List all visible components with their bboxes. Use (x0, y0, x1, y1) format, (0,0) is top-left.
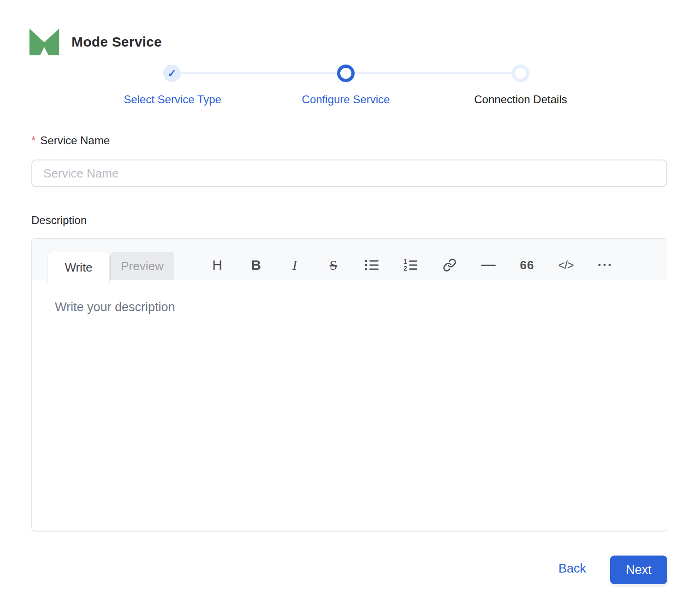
page-title: Mode Service (71, 34, 162, 50)
strikethrough-icon[interactable]: S (314, 255, 353, 275)
tab-preview[interactable]: Preview (110, 252, 174, 280)
horizontal-rule-icon[interactable] (469, 255, 508, 275)
service-name-input[interactable] (31, 160, 667, 187)
italic-icon[interactable]: I (275, 255, 314, 275)
step-completed-circle[interactable]: ✓ (163, 65, 181, 82)
header: Mode Service (29, 29, 162, 55)
service-name-label: *Service Name (31, 134, 110, 147)
step-upcoming-circle[interactable] (512, 65, 529, 82)
checkmark-icon: ✓ (167, 68, 176, 79)
link-icon[interactable] (430, 255, 469, 275)
step-current-circle[interactable] (337, 65, 355, 82)
toolbar-icons: H B I S 1 2 (198, 255, 624, 275)
mode-logo-icon (29, 29, 59, 55)
page: Mode Service ✓ Select Service Type Confi… (0, 0, 700, 615)
description-label: Description (31, 214, 87, 227)
numbered-list-icon[interactable]: 1 2 (392, 255, 430, 275)
step-label-configure-service[interactable]: Configure Service (302, 93, 390, 106)
quote-icon[interactable]: 66 (508, 255, 546, 275)
stepper: ✓ Select Service Type Configure Service … (31, 65, 667, 111)
editor-toolbar: Write Preview H B I S 1 (32, 239, 667, 280)
bullet-list-icon[interactable] (353, 255, 392, 275)
description-editor: Write Preview H B I S 1 (31, 238, 667, 532)
editor-body (32, 281, 667, 531)
service-name-label-text: Service Name (40, 134, 110, 147)
step-label-connection-details[interactable]: Connection Details (474, 93, 567, 106)
svg-text:2: 2 (403, 265, 407, 272)
svg-text:1: 1 (403, 259, 407, 265)
back-button[interactable]: Back (558, 562, 586, 576)
step-label-select-service-type[interactable]: Select Service Type (124, 93, 221, 106)
tab-write[interactable]: Write (47, 252, 110, 283)
heading-icon[interactable]: H (198, 255, 237, 275)
bold-icon[interactable]: B (237, 255, 275, 275)
description-textarea[interactable] (32, 281, 667, 531)
next-button[interactable]: Next (610, 556, 667, 584)
more-icon[interactable]: ••• (585, 255, 624, 275)
code-icon[interactable]: </> (546, 255, 585, 275)
required-asterisk: * (31, 134, 36, 147)
